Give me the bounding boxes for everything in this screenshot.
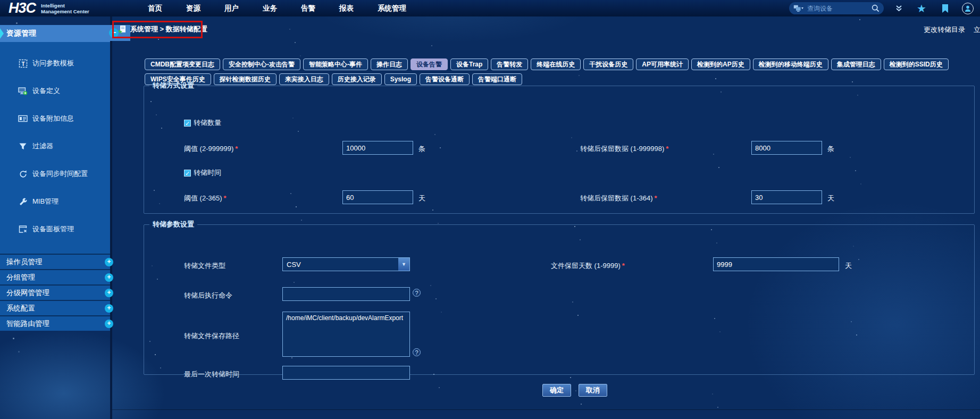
sidebar-section-label: 分组管理 [6,273,35,282]
search-input[interactable] [807,5,872,12]
tab[interactable]: 智能策略中心-事件 [303,58,368,70]
tab-row-1: CMDB配置项变更日志安全控制中心-攻击告警智能策略中心-事件操作日志设备告警设… [145,58,949,70]
sidebar-section-label: 操作员管理 [6,257,43,267]
file-type-select[interactable]: CSV ▼ [282,257,410,271]
favorites-star-icon[interactable]: ★ [915,0,928,16]
cancel-button[interactable]: 取消 [579,384,607,397]
expand-plus-icon[interactable]: + [105,320,113,328]
star-dot [712,393,713,395]
topnav-item[interactable]: 报表 [339,4,354,13]
h3c-logo[interactable]: H3C Intelligent Management Center [9,0,89,16]
topnav-item[interactable]: 首页 [148,4,162,13]
page-action-link[interactable]: 更改转储目录 [924,25,965,35]
sidebar-section-label: 系统配置 [6,304,35,313]
section-title: 转储参数设置 [149,220,197,229]
dump-count-checkbox[interactable] [184,120,191,127]
star-dot [570,377,571,378]
sidebar-item[interactable]: 设备附加信息 [0,105,110,132]
help-icon[interactable]: ? [413,289,421,297]
star-dot [158,39,159,40]
topnav-item[interactable]: 告警 [301,4,315,13]
star-dot [13,338,14,339]
sidebar-header-resource-management[interactable]: 资源管理 [0,25,110,42]
dump-mode-section: 转储方式设置 转储数量 阈值 (2-999999)* 条 转储后保留数据 (1-… [144,81,975,214]
retain-days-label: 转储后保留数据 (1-364)* [580,194,657,203]
help-icon[interactable]: ? [413,348,421,356]
dump-time-checkbox[interactable] [184,170,191,177]
tab[interactable]: 检测到的移动终端历史 [753,58,828,70]
topnav-item[interactable]: 系统管理 [378,4,406,13]
search-icon[interactable] [872,4,880,12]
save-path-textarea[interactable]: /home/iMC/client/backup/devAlarmExport [282,312,410,357]
retain-days-input[interactable] [751,190,822,204]
tab[interactable]: 安全控制中心-攻击告警 [223,58,300,70]
svg-text:T: T [21,61,24,66]
retain-count-label: 转储后保留数据 (1-999998)* [580,144,668,154]
star-dot [717,407,718,408]
star-dot [431,45,432,46]
sidebar-section[interactable]: 分组管理+ [0,269,110,284]
section-title: 转储方式设置 [149,81,197,90]
expand-plus-icon[interactable]: + [105,289,113,297]
expand-plus-icon[interactable]: + [105,258,113,266]
device-panel-icon [18,224,28,234]
form-buttons: 确定 取消 [542,384,607,397]
threshold-days-input[interactable] [342,190,413,204]
star-dot [715,78,716,79]
search-scope-icon[interactable] [793,5,804,12]
unit-label: 天 [845,261,852,271]
tab[interactable]: 检测到的AP历史 [691,58,750,70]
tab[interactable]: 设备告警 [411,58,448,70]
sidebar-item[interactable]: 设备同步时间配置 [0,160,110,188]
tab[interactable]: 设备Trap [450,58,488,70]
keep-days-input[interactable] [713,257,839,271]
sidebar-item[interactable]: 设备面板管理 [0,215,110,243]
dump-count-label: 转储数量 [194,118,221,128]
annotation-red-box [112,21,203,38]
tab[interactable]: 干扰设备历史 [583,58,633,70]
sidebar-section[interactable]: 分级网管管理+ [0,284,110,300]
unit-label: 天 [418,194,425,203]
expand-plus-icon[interactable]: + [105,273,113,282]
topnav-item[interactable]: 资源 [186,4,200,13]
topnav-item[interactable]: 业务 [263,4,277,13]
sidebar-section[interactable]: 系统配置+ [0,300,110,315]
command-label: 转储后执行命令 [184,291,232,300]
device-definition-icon [18,86,28,96]
tab[interactable]: 终端在线历史 [531,58,581,70]
device-search-box[interactable] [789,2,884,14]
sidebar-section[interactable]: 操作员管理+ [0,254,110,269]
sidebar-item[interactable]: 过滤器 [0,132,110,160]
sidebar-item[interactable]: 设备定义 [0,77,110,105]
sidebar-section[interactable]: 智能路由管理+ [0,315,110,331]
tab[interactable]: 告警转发 [491,58,528,70]
sidebar: 资源管理 T访问参数模板设备定义设备附加信息过滤器设备同步时间配置MIB管理设备… [0,16,110,331]
tab[interactable]: AP可用率统计 [636,58,689,70]
tab[interactable]: CMDB配置项变更日志 [145,58,220,70]
threshold-count-input[interactable] [342,141,413,155]
bookmark-icon[interactable] [938,0,952,16]
chevron-down-icon[interactable]: ▼ [398,258,409,271]
user-avatar-icon[interactable] [960,0,975,16]
filter-icon [18,141,28,151]
expand-plus-icon[interactable]: + [105,304,113,313]
sidebar-item[interactable]: MIB管理 [0,188,110,215]
ok-button[interactable]: 确定 [542,384,571,397]
active-arrow-icon [0,28,4,39]
topnav-item[interactable]: 用户 [224,4,239,13]
star-dot [439,387,440,388]
imc-screen: H3C Intelligent Management Center 首页资源用户… [0,0,980,419]
tab[interactable]: 集成管理日志 [831,58,881,70]
retain-count-input[interactable] [751,141,822,155]
last-dump-time-input[interactable] [282,366,410,380]
tab[interactable]: 操作日志 [371,58,408,70]
sidebar-item[interactable]: T访问参数模板 [0,49,110,77]
logo-tagline: Intelligent Management Center [41,3,89,14]
page-action-link[interactable]: 立即转储 [974,25,980,35]
sidebar-item-label: 设备面板管理 [32,224,74,234]
keep-days-label: 文件保留天数 (1-9999)* [551,261,625,271]
tab[interactable]: 检测到的SSID历史 [884,58,949,70]
expand-chevron-icon[interactable] [893,0,904,16]
command-input[interactable] [282,287,410,301]
star-dot [289,29,290,30]
